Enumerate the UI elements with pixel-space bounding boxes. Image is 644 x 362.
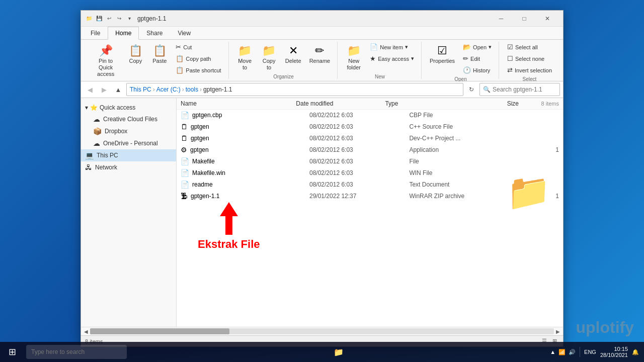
scroll-thumb (90, 328, 229, 334)
tab-home[interactable]: Home (108, 27, 139, 40)
invert-selection-button[interactable]: ⇄ Invert selection (504, 65, 555, 75)
refresh-button[interactable]: ↻ (465, 83, 477, 96)
scroll-left[interactable]: ◀ (84, 329, 88, 334)
clock-time: 10:15 (614, 346, 628, 352)
select-all-label: Select all (515, 44, 538, 50)
easy-access-button[interactable]: ★ Easy access ▾ (367, 53, 417, 64)
move-to-button[interactable]: 📁 Moveto (234, 42, 256, 73)
taskbar-search-input[interactable] (31, 348, 112, 355)
file-name-text: gptgen (190, 146, 209, 153)
search-input[interactable] (493, 86, 553, 93)
col-header-date[interactable]: Date modified (296, 100, 385, 107)
sidebar-item-onedrive[interactable]: ☁ OneDrive - Personal (81, 137, 176, 149)
sidebar-item-network[interactable]: 🖧 Network (81, 161, 176, 173)
organize-label: Organize (234, 73, 334, 79)
copy-button[interactable]: 📋 Copy (124, 42, 146, 66)
col-header-name[interactable]: Name (181, 100, 292, 107)
back-button[interactable]: ◀ (84, 83, 96, 96)
file-type-cell: WinRAR ZIP archive (409, 193, 509, 200)
network-icon: 🖧 (85, 163, 92, 171)
delete-button[interactable]: ✕ Delete (282, 42, 304, 66)
new-item-label: New item (380, 44, 403, 50)
table-row[interactable]: ⚙ gptgen 08/02/2012 6:03 Application 1 (177, 144, 563, 156)
rename-button[interactable]: ✏ Rename (306, 42, 334, 66)
scrollbar: ◀ ▶ (81, 327, 563, 335)
item-count: 8 items (519, 101, 559, 107)
new-folder-button[interactable]: 📁 Newfolder (343, 42, 365, 73)
history-button[interactable]: 🕐 History (460, 65, 495, 75)
file-rows: 📄 gptgen.cbp 08/02/2012 6:03 CBP File 🗒 … (177, 110, 563, 202)
col-header-type[interactable]: Type (385, 100, 474, 107)
pin-to-quick-access-button[interactable]: 📌 Pin to Quickaccess (89, 42, 122, 80)
sidebar-item-creative-cloud[interactable]: ☁ Creative Cloud Files (81, 113, 176, 125)
new-item-button[interactable]: 📄 New item ▾ (367, 42, 417, 52)
copy-path-button[interactable]: 📋 Copy path (173, 53, 224, 64)
notification-icon[interactable]: 🔔 (632, 349, 639, 355)
table-row[interactable]: 🗒 gptgen 08/02/2012 6:03 C++ Source File (177, 121, 563, 133)
scroll-track[interactable] (90, 328, 554, 334)
maximize-button[interactable]: □ (513, 11, 536, 27)
file-date-cell: 08/02/2012 6:03 (309, 112, 409, 119)
creative-cloud-label: Creative Cloud Files (103, 116, 157, 123)
select-all-button[interactable]: ☑ Select all (504, 42, 555, 52)
copy-to-icon: 📁 (262, 44, 276, 58)
file-name-cell: 📄 Makefile.win (181, 169, 305, 177)
sidebar-item-dropbox[interactable]: 📦 Dropbox (81, 125, 176, 137)
tab-file[interactable]: File (83, 27, 108, 40)
sidebar: ▾ ⭐ Quick access ☁ Creative Cloud Files … (81, 98, 177, 327)
file-name-cell: 🗒 gptgen (181, 123, 305, 131)
taskbar-explorer-icon[interactable]: 📁 (329, 342, 349, 362)
cut-button[interactable]: ✂ Cut (173, 42, 224, 52)
minimize-button[interactable]: ─ (490, 11, 513, 27)
tray-chevron[interactable]: ▲ (550, 349, 555, 355)
dropbox-icon: 📦 (93, 127, 102, 135)
col-header-size[interactable]: Size (474, 100, 519, 107)
open-items: ☑ Properties 📂 Open ▾ ✏ Edit (427, 42, 495, 75)
file-name-text: Makefile.win (192, 169, 225, 176)
search-box[interactable]: 🔍 (479, 83, 560, 96)
address-bar: ◀ ▶ ▲ This PC › Acer (C:) › tools › gptg… (81, 81, 563, 98)
close-button[interactable]: ✕ (536, 11, 559, 27)
breadcrumb-tools[interactable]: tools (186, 86, 198, 93)
dropdown-icon[interactable]: ▾ (125, 15, 133, 23)
tab-share[interactable]: Share (139, 27, 170, 40)
table-row[interactable]: 📄 Makefile.win 08/02/2012 6:03 WIN File (177, 167, 563, 179)
start-button[interactable]: ⊞ (0, 342, 24, 362)
forward-button[interactable]: ▶ (98, 83, 110, 96)
delete-icon: ✕ (289, 44, 298, 58)
table-row[interactable]: 🗒 gptgen 08/02/2012 6:03 Dev-C++ Project… (177, 133, 563, 144)
file-list: Name Date modified Type Size 8 items 📄 g… (177, 98, 563, 327)
copy-to-button[interactable]: 📁 Copyto (258, 42, 280, 73)
breadcrumb-acer[interactable]: Acer (C:) (156, 86, 181, 93)
edit-button[interactable]: ✏ Edit (460, 53, 495, 64)
ribbon-tabs: File Home Share View (81, 27, 563, 40)
table-row[interactable]: 📄 Makefile 08/02/2012 6:03 File (177, 156, 563, 167)
breadcrumb[interactable]: This PC › Acer (C:) › tools › gptgen-1.1 (126, 83, 463, 96)
properties-button[interactable]: ☑ Properties (427, 42, 458, 66)
tab-view[interactable]: View (170, 27, 198, 40)
table-row[interactable]: 🗜 gptgen-1.1 29/01/2022 12:37 WinRAR ZIP… (177, 191, 563, 202)
file-size-cell: 1 (509, 193, 559, 200)
search-icon: 🔍 (483, 86, 491, 93)
paste-shortcut-button[interactable]: 📋 Paste shortcut (173, 65, 224, 75)
file-type-icon: 📄 (181, 169, 189, 177)
file-name-cell: 🗒 gptgen (181, 134, 305, 142)
creative-cloud-icon: ☁ (93, 115, 100, 123)
this-pc-label: This PC (97, 152, 118, 159)
file-name-text: Makefile (192, 158, 215, 165)
quick-access-header[interactable]: ▾ ⭐ Quick access (81, 102, 176, 113)
sidebar-item-this-pc[interactable]: 💻 This PC (81, 149, 176, 161)
taskbar-search[interactable] (26, 345, 127, 359)
table-row[interactable]: 📄 gptgen.cbp 08/02/2012 6:03 CBP File (177, 110, 563, 121)
paste-button[interactable]: 📋 Paste (148, 42, 171, 66)
delete-label: Delete (285, 58, 301, 64)
select-none-button[interactable]: ☐ Select none (504, 53, 555, 64)
scroll-right[interactable]: ▶ (556, 329, 560, 334)
breadcrumb-this-pc[interactable]: This PC (130, 86, 151, 93)
open-button[interactable]: 📂 Open ▾ (460, 42, 495, 52)
table-row[interactable]: 📄 readme 08/02/2012 6:03 Text Document (177, 179, 563, 191)
tray-divider (580, 347, 580, 357)
network-label: Network (95, 164, 117, 171)
up-button[interactable]: ▲ (112, 83, 124, 96)
watermark: uplotify (576, 318, 634, 337)
